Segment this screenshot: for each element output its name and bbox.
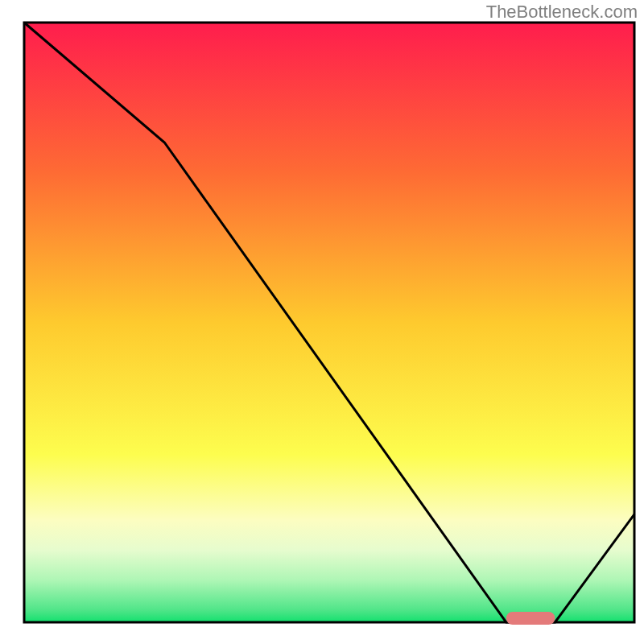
plot-area xyxy=(24,23,634,622)
gradient-background xyxy=(24,23,634,622)
bottleneck-chart: TheBottleneck.com xyxy=(0,0,644,644)
chart-svg xyxy=(0,0,644,644)
watermark-text: TheBottleneck.com xyxy=(486,2,638,23)
optimal-marker xyxy=(506,612,555,625)
